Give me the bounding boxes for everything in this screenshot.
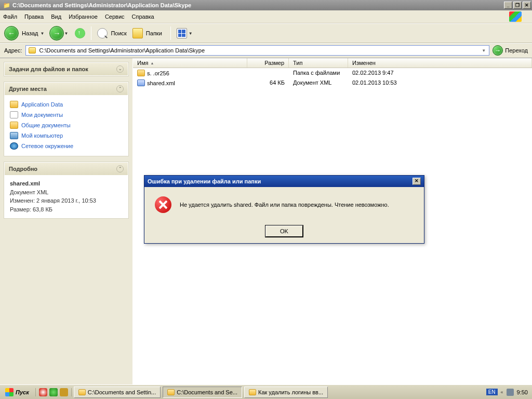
detail-modified: Изменен: 2 января 2013 г., 10:53 [10, 196, 123, 205]
dialog-title: Ошибка при удалении файла или папки [148, 178, 261, 184]
file-list: s. .or256Папка с файлами02.02.2013 9:47s… [133, 68, 532, 88]
address-dropdown[interactable]: ▼ [480, 48, 488, 53]
col-size[interactable]: Размер [247, 58, 289, 68]
places-body: Application DataМои документыОбщие докум… [5, 95, 128, 155]
task-label: C:\Documents and Se... [177, 389, 237, 395]
chrome-icon[interactable] [39, 388, 47, 396]
sidebar-place[interactable]: Application Data [10, 99, 123, 110]
taskbar-task[interactable]: C:\Documents and Settin... [74, 387, 161, 398]
address-bar: Адрес: ▼ Переход [0, 43, 532, 58]
go-icon [493, 45, 503, 56]
file-modified: 02.02.2013 9:47 [348, 69, 532, 77]
folder-icon [249, 389, 256, 395]
col-name[interactable]: Имя▲ [133, 58, 247, 68]
folder-icon [78, 389, 86, 395]
start-button[interactable]: Пуск [2, 387, 32, 397]
back-button[interactable]: ← [4, 26, 19, 41]
window-titlebar: 📁 C:\Documents and Settings\Administrato… [0, 0, 532, 10]
menu-help[interactable]: Справка [132, 14, 154, 20]
dialog-titlebar[interactable]: Ошибка при удалении файла или папки ✕ [144, 176, 424, 187]
task-label: C:\Documents and Settin... [88, 389, 156, 395]
sidebar-place[interactable]: Мой компьютер [10, 130, 123, 141]
detail-type: Документ XML [10, 188, 123, 197]
sidebar-place[interactable]: Сетевое окружение [10, 141, 123, 151]
details-body: shared.xml Документ XML Изменен: 2 январ… [5, 175, 128, 218]
details-header[interactable]: Подробно ⌃ [5, 163, 128, 175]
folder-icon [10, 122, 18, 129]
docs-icon [10, 111, 18, 118]
side-panel: Задачи для файлов и папок ⌄ Другие места… [0, 58, 133, 399]
go-button[interactable]: Переход [493, 45, 528, 56]
place-label: Сетевое окружение [21, 143, 73, 149]
task-label: Как удалить логины вв... [258, 389, 323, 395]
go-label: Переход [505, 47, 528, 54]
sidebar-place[interactable]: Мои документы [10, 110, 123, 120]
chevron-down-icon[interactable]: ⌄ [116, 65, 124, 73]
windows-logo-icon [509, 11, 522, 22]
error-dialog: Ошибка при удалении файла или папки ✕ Не… [144, 175, 424, 244]
detail-size: Размер: 63,8 КБ [10, 205, 123, 214]
file-row[interactable]: s. .or256Папка с файлами02.02.2013 9:47 [133, 68, 532, 78]
pc-icon [10, 132, 18, 139]
folder-icon [132, 28, 143, 38]
search-button[interactable]: Поиск [96, 28, 130, 38]
place-label: Общие документы [21, 122, 71, 128]
start-label: Пуск [16, 389, 29, 395]
folder-icon: 📁 [3, 2, 10, 9]
col-modified[interactable]: Изменен [348, 58, 532, 68]
separator [170, 26, 171, 40]
up-button[interactable] [75, 28, 85, 38]
address-input[interactable] [37, 47, 480, 54]
menu-view[interactable]: Вид [51, 14, 61, 20]
minimize-button[interactable]: _ [504, 2, 512, 9]
details-title: Подробно [9, 166, 37, 172]
sidebar-place[interactable]: Общие документы [10, 120, 123, 130]
separator [91, 26, 91, 40]
col-name-label: Имя [137, 60, 148, 66]
close-button[interactable]: ✕ [523, 2, 531, 9]
views-dropdown[interactable]: ▼ [189, 31, 193, 36]
folders-button[interactable]: Папки [131, 28, 166, 38]
menu-favorites[interactable]: Избранное [69, 14, 98, 20]
app-icon[interactable] [60, 388, 68, 396]
clock[interactable]: 9:50 [517, 389, 528, 395]
menu-tools[interactable]: Сервис [105, 14, 125, 20]
window-title: C:\Documents and Settings\Administrator\… [12, 2, 503, 8]
tray-icon[interactable] [507, 389, 514, 396]
file-name: s. .or256 [147, 70, 169, 76]
chevron-up-icon[interactable]: ⌃ [116, 165, 124, 172]
ok-button[interactable]: OK [265, 225, 303, 237]
place-label: Мои документы [21, 112, 63, 118]
folders-label: Папки [146, 30, 162, 36]
tasks-title: Задачи для файлов и папок [9, 66, 88, 72]
system-tray: EN « 9:50 [484, 389, 530, 396]
menu-edit[interactable]: Правка [24, 14, 44, 20]
dialog-close-button[interactable]: ✕ [413, 178, 421, 185]
menu-file[interactable]: Файл [3, 14, 17, 20]
utorrent-icon[interactable] [49, 388, 58, 396]
place-label: Application Data [21, 101, 63, 108]
show-hidden-icons[interactable]: « [501, 390, 503, 395]
details-panel: Подробно ⌃ shared.xml Документ XML Измен… [4, 162, 128, 218]
forward-dropdown[interactable]: ▼ [64, 31, 68, 36]
maximize-button[interactable]: ❐ [513, 2, 522, 9]
col-type[interactable]: Тип [289, 58, 348, 68]
chevron-up-icon[interactable]: ⌃ [116, 85, 124, 92]
dialog-message: Не удается удалить shared. Файл или папк… [180, 202, 389, 208]
tasks-header[interactable]: Задачи для файлов и папок ⌄ [5, 63, 128, 75]
places-header[interactable]: Другие места ⌃ [5, 83, 128, 95]
tasks-panel: Задачи для файлов и папок ⌄ [4, 62, 128, 76]
back-dropdown[interactable]: ▼ [41, 31, 45, 36]
taskbar-task[interactable]: Как удалить логины вв... [244, 387, 328, 398]
address-input-wrap: ▼ [25, 45, 490, 56]
taskbar-tasks: C:\Documents and Settin...C:\Documents a… [72, 387, 328, 398]
quick-launch [35, 388, 72, 396]
taskbar-task[interactable]: C:\Documents and Se... [163, 387, 242, 398]
search-icon [97, 28, 108, 38]
net-icon [10, 142, 18, 150]
views-button[interactable] [177, 28, 187, 38]
language-indicator[interactable]: EN [486, 389, 498, 395]
file-name: shared.xml [147, 80, 175, 86]
file-row[interactable]: shared.xml64 КБДокумент XML02.01.2013 10… [133, 78, 532, 88]
forward-button[interactable]: → [49, 26, 64, 41]
